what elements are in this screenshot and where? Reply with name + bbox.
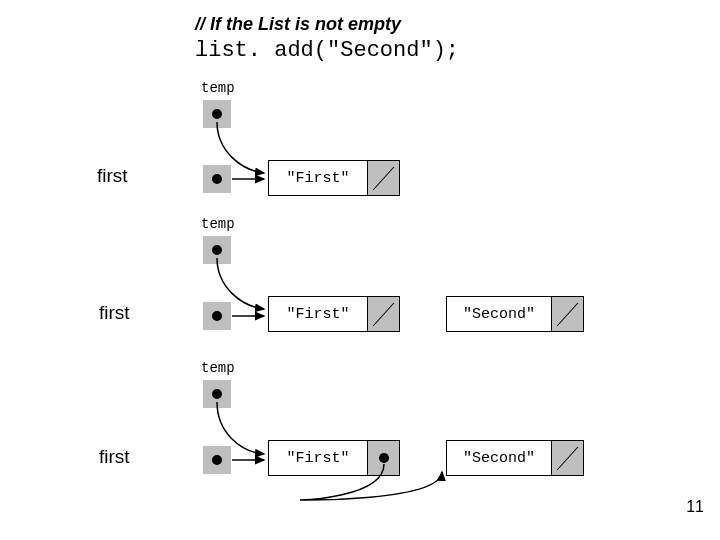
node-next-null: [368, 160, 400, 196]
temp-label-2: temp: [201, 216, 235, 232]
temp-label-3: temp: [201, 360, 235, 376]
node-second-3: "Second": [446, 440, 584, 476]
code-line: list. add("Second");: [195, 38, 459, 63]
first-pointer-1: [203, 165, 231, 193]
node-first-3: "First": [268, 440, 400, 476]
temp-pointer-1: [203, 100, 231, 128]
first-pointer-3: [203, 446, 231, 474]
first-label-3: first: [99, 446, 130, 468]
node-value: "Second": [446, 440, 552, 476]
node-next-null: [368, 296, 400, 332]
page-number: 11: [686, 498, 704, 516]
node-value: "First": [268, 440, 368, 476]
temp-pointer-2: [203, 236, 231, 264]
node-first-1: "First": [268, 160, 400, 196]
node-second-2: "Second": [446, 296, 584, 332]
temp-pointer-3: [203, 380, 231, 408]
node-value: "First": [268, 296, 368, 332]
node-value: "Second": [446, 296, 552, 332]
first-label-2: first: [99, 302, 130, 324]
first-label-1: first: [97, 165, 128, 187]
node-next-null: [552, 296, 584, 332]
comment-title: // If the List is not empty: [195, 14, 401, 35]
node-next-linked: [368, 440, 400, 476]
node-next-null: [552, 440, 584, 476]
first-pointer-2: [203, 302, 231, 330]
temp-label-1: temp: [201, 80, 235, 96]
node-value: "First": [268, 160, 368, 196]
node-first-2: "First": [268, 296, 400, 332]
